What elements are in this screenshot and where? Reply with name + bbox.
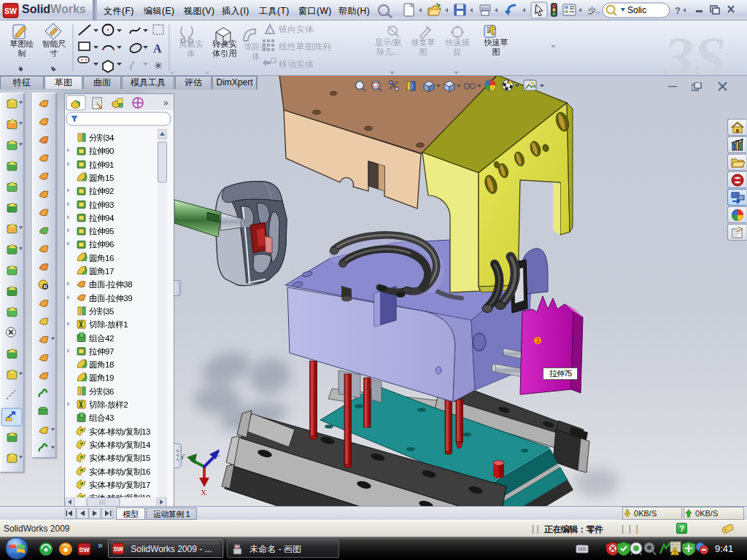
svg-text:镜向实体: 镜向实体 xyxy=(278,24,314,34)
svg-text:?: ? xyxy=(675,5,681,16)
svg-text:»: » xyxy=(98,540,103,551)
svg-text:SW: SW xyxy=(79,546,90,553)
svg-text:!: ! xyxy=(674,550,676,555)
svg-text:线性草图阵列: 线性草图阵列 xyxy=(279,42,331,52)
svg-text:!: ! xyxy=(268,27,270,34)
svg-text:Solic: Solic xyxy=(627,5,646,15)
svg-text:SW: SW xyxy=(113,545,124,553)
svg-text:A: A xyxy=(153,42,162,55)
svg-text:移动实体: 移动实体 xyxy=(279,59,314,69)
svg-text:swe: swe xyxy=(578,543,584,547)
svg-text:少..: 少.. xyxy=(588,6,600,15)
svg-text:X: X xyxy=(201,488,206,497)
svg-text:Z: Z xyxy=(215,449,220,458)
svg-text:ЗS: ЗS xyxy=(663,26,726,75)
svg-text:SW: SW xyxy=(4,7,17,15)
